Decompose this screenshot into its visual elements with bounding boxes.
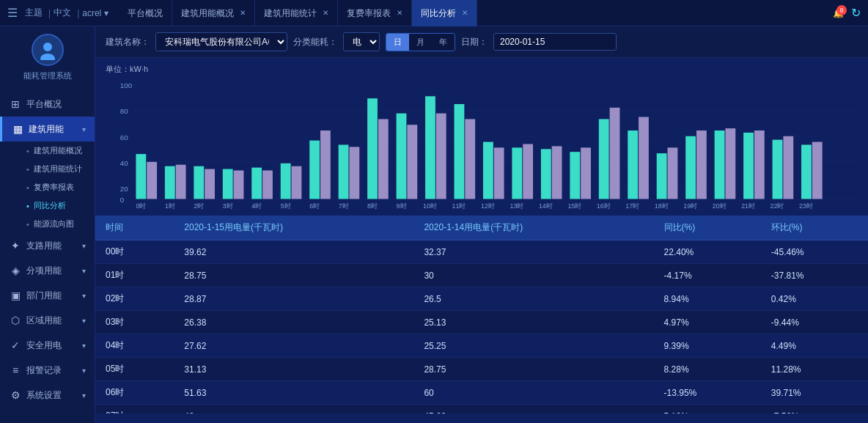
category-label: 分类能耗：	[293, 36, 337, 48]
lang-label: 中文	[54, 7, 71, 19]
notif-count: 8	[836, 5, 847, 15]
subitem-icon: ◈	[9, 264, 22, 277]
tab-platform[interactable]: 平台概况	[119, 0, 172, 26]
tab-tariff-report[interactable]: 复费率报表✕	[338, 0, 412, 26]
cell-4-0: 04时	[95, 334, 174, 358]
svg-text:4时: 4时	[251, 202, 262, 210]
sidebar-item-settings[interactable]: ⚙ 系统设置 ▾	[0, 383, 95, 408]
building-expand-icon: ▾	[82, 125, 86, 133]
bar-15-prev	[581, 147, 591, 199]
bar-21-current	[743, 133, 754, 199]
svg-text:7时: 7时	[339, 202, 349, 210]
bar-2-prev	[205, 169, 215, 199]
sidebar-item-building-stats[interactable]: 建筑用能统计	[15, 160, 95, 178]
svg-text:1时: 1时	[165, 202, 175, 210]
col-header-time: 时间	[95, 216, 174, 240]
theme-label: 主题	[25, 7, 43, 19]
sidebar-item-alarm[interactable]: ≡ 报警记录 ▾	[0, 358, 95, 383]
svg-text:15时: 15时	[567, 202, 581, 210]
bar-11-prev	[465, 119, 475, 199]
cell-5-0: 05时	[95, 358, 174, 381]
main-content: 建筑名称： 安科瑞电气股份有限公司A楼 分类能耗： 电 日 月 年 日期： 单位…	[95, 26, 868, 423]
tab-comparison[interactable]: 同比分析✕	[412, 0, 477, 26]
cell-1-2: 30	[413, 264, 653, 287]
svg-point-1	[40, 54, 55, 60]
tab-building-stats[interactable]: 建筑用能统计✕	[255, 0, 338, 26]
cell-5-3: 8.28%	[654, 358, 761, 381]
bar-11-current	[455, 104, 465, 199]
cell-2-2: 26.5	[413, 287, 653, 311]
tab-close-building-stats[interactable]: ✕	[323, 0, 328, 26]
sidebar-item-building[interactable]: ▦ 建筑用能 ▾	[0, 117, 95, 141]
bar-0-current	[136, 154, 146, 199]
tab-building-overview[interactable]: 建筑用能概况✕	[172, 0, 255, 26]
bar-20-current	[715, 130, 725, 199]
cell-2-4: 0.42%	[761, 287, 868, 311]
sidebar-item-subitem[interactable]: ◈ 分项用能 ▾	[0, 258, 95, 283]
cell-1-3: -4.17%	[654, 264, 761, 287]
bar-chart: 100 80 60 40 20 0	[106, 78, 858, 210]
table-row: 07时4845.635.19%-7.56%	[95, 405, 868, 414]
tab-close-building-overview[interactable]: ✕	[240, 0, 246, 26]
bar-17-prev	[639, 117, 649, 199]
table-row: 00时39.6232.3722.40%-45.46%	[95, 240, 868, 264]
cell-6-4: 39.71%	[761, 381, 868, 405]
refresh-icon[interactable]: ↻	[851, 6, 861, 20]
building-select[interactable]: 安科瑞电气股份有限公司A楼	[155, 32, 287, 51]
svg-text:13时: 13时	[510, 202, 523, 210]
bar-14-current	[541, 149, 551, 199]
svg-text:21时: 21时	[741, 202, 755, 210]
area-expand-icon: ▾	[82, 317, 86, 325]
dept-icon: ▣	[9, 289, 22, 302]
alarm-icon: ≡	[9, 364, 22, 377]
tab-close-comparison[interactable]: ✕	[462, 0, 468, 26]
bar-6-prev	[320, 130, 331, 199]
bar-16-prev	[610, 108, 620, 199]
bar-12-prev	[494, 147, 504, 199]
sidebar-item-tariff-report[interactable]: 复费率报表	[15, 178, 95, 196]
svg-text:12时: 12时	[481, 202, 495, 210]
safety-icon: ✓	[9, 339, 22, 352]
sidebar-item-building-overview[interactable]: 建筑用能概况	[15, 141, 95, 160]
bar-18-prev	[668, 147, 678, 199]
svg-text:9时: 9时	[397, 202, 407, 210]
svg-text:19时: 19时	[683, 202, 697, 210]
chart-unit: 单位：kW·h	[106, 64, 858, 75]
svg-text:20时: 20时	[713, 202, 727, 210]
cell-4-1: 27.62	[174, 334, 413, 358]
notification-badge[interactable]: 🔔8	[833, 8, 844, 18]
tab-close-tariff-report[interactable]: ✕	[397, 0, 402, 26]
branch-expand-icon: ▾	[82, 242, 86, 250]
bar-19-current	[685, 136, 696, 199]
sidebar-item-area[interactable]: ⬡ 区域用能 ▾	[0, 308, 95, 333]
category-select[interactable]: 电	[343, 32, 380, 51]
bar-8-prev	[378, 119, 389, 199]
sidebar-item-safety[interactable]: ✓ 安全用电 ▾	[0, 333, 95, 358]
user-arrow: ▾	[104, 8, 108, 18]
sidebar-item-dept[interactable]: ▣ 部门用能 ▾	[0, 283, 95, 308]
cell-7-2: 45.63	[413, 405, 653, 414]
svg-text:40: 40	[120, 159, 129, 167]
svg-text:11时: 11时	[452, 202, 466, 210]
svg-text:80: 80	[120, 107, 129, 115]
menu-icon[interactable]: ☰	[7, 6, 18, 20]
branch-icon: ✦	[9, 239, 22, 252]
table-body: 00时39.6232.3722.40%-45.46%01时28.7530-4.1…	[95, 240, 868, 414]
dept-expand-icon: ▾	[82, 292, 86, 300]
col-header-current-energy: 2020-1-15用电量(千瓦时)	[174, 216, 413, 240]
sidebar-item-branch[interactable]: ✦ 支路用能 ▾	[0, 233, 95, 258]
time-btn-year[interactable]: 年	[432, 34, 455, 51]
sidebar-item-comparison[interactable]: 同比分析	[15, 196, 95, 215]
cell-3-1: 26.38	[174, 311, 413, 334]
cell-3-4: -9.44%	[761, 311, 868, 334]
sidebar-item-energy-flow[interactable]: 能源流向图	[15, 215, 95, 233]
cell-0-3: 22.40%	[654, 240, 761, 264]
data-table-section: 时间 2020-1-15用电量(千瓦时) 2020-1-14用电量(千瓦时) 同…	[95, 216, 868, 413]
bar-10-current	[425, 96, 435, 199]
time-btn-day[interactable]: 日	[386, 34, 409, 51]
sidebar-item-platform[interactable]: ⊞ 平台概况	[0, 92, 95, 117]
time-btn-month[interactable]: 月	[409, 34, 432, 51]
date-input[interactable]	[493, 33, 617, 51]
bar-7-prev	[349, 147, 359, 199]
cell-0-4: -45.46%	[761, 240, 868, 264]
